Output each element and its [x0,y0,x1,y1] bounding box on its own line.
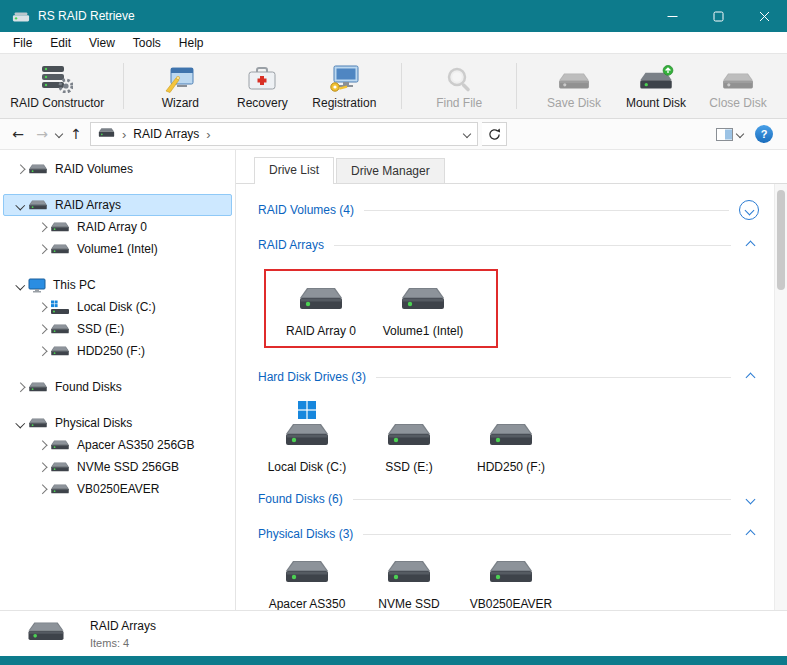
window-controls [649,0,787,32]
menu-item-tools[interactable]: Tools [124,34,170,52]
breadcrumb-drive-icon [98,127,115,142]
breadcrumb-item[interactable]: RAID Arrays [133,127,199,141]
minimize-button[interactable] [649,0,695,32]
address-bar: ← → ↑ RAID Arrays ? [0,119,787,150]
chevron-right-icon[interactable] [12,166,28,173]
chevron-right-icon[interactable] [34,246,50,253]
tab-drive-list[interactable]: Drive List [254,157,334,184]
address-dropdown-button[interactable] [464,131,470,137]
sidebar-item-local-disk-c[interactable]: Local Disk (C:) [3,296,232,318]
toolbar-button-label: Recovery [237,96,288,110]
menu-item-file[interactable]: File [4,34,41,52]
drive-tile-label: HDD250 (F:) [477,460,545,474]
chevron-glyph [37,346,46,355]
chevron-right-icon[interactable] [34,442,50,449]
sidebar-item-apacer-as350-256gb[interactable]: Apacer AS350 256GB [3,434,232,456]
sidebar-item-nvme-ssd-256gb[interactable]: NVMe SSD 256GB [3,456,232,478]
navigation-tree: RAID Volumes RAID Arrays RAID Array 0 Vo… [0,150,236,610]
history-dropdown-button[interactable] [56,131,62,137]
drive-tile-nvme-ssd[interactable]: NVMe SSD [366,558,452,610]
drive-tile-label: RAID Array 0 [286,324,356,338]
tree-item-label: SSD (E:) [77,322,124,336]
minimize-icon [667,11,678,22]
menu-item-view[interactable]: View [80,34,124,52]
section-physical-disks-3: Physical Disks (3) Apacer AS350 NVMe SSD… [258,524,759,610]
sidebar-item-ssd-e[interactable]: SSD (E:) [3,318,232,340]
sidebar-item-raid-volumes[interactable]: RAID Volumes [3,158,232,180]
menu-item-help[interactable]: Help [170,34,213,52]
drive-icon [487,558,535,588]
sidebar-item-vb0250eaver[interactable]: VB0250EAVER [3,478,232,500]
toolbar-button-wizard[interactable]: Wizard [139,60,221,113]
toolbar-button-recovery[interactable]: Recovery [221,60,303,113]
chevron-down-icon[interactable] [12,420,28,427]
chevron-right-icon[interactable] [34,486,50,493]
section-collapse-button[interactable] [741,236,759,254]
drive-icon [26,620,66,648]
back-button[interactable]: ← [8,126,28,142]
section-collapse-button[interactable] [741,368,759,386]
help-button[interactable]: ? [755,125,773,143]
chevron-glyph [37,484,46,493]
tab-drive-manager[interactable]: Drive Manager [336,158,445,183]
scrollbar-thumb[interactable] [777,190,785,290]
drive-icon [28,417,48,430]
tree-item-label: RAID Array 0 [77,220,147,234]
chevron-down-icon[interactable] [12,202,28,209]
drive-tile-apacer-as350[interactable]: Apacer AS350 [264,558,350,610]
drive-tile-volume1-intel[interactable]: Volume1 (Intel) [380,285,466,338]
chevron-right-icon[interactable] [34,326,50,333]
section-title: RAID Arrays [258,238,324,252]
up-button[interactable]: ↑ [66,126,86,142]
sidebar-item-volume1-intel[interactable]: Volume1 (Intel) [3,238,232,260]
chevron-right-icon[interactable] [34,224,50,231]
drive-tile-hdd250-f[interactable]: HDD250 (F:) [468,421,554,474]
chevron-glyph [37,222,46,231]
close-button[interactable] [741,0,787,32]
drive-tile-local-disk-c[interactable]: Local Disk (C:) [264,401,350,474]
chevron-right-icon[interactable] [34,304,50,311]
maximize-icon [713,11,724,22]
drive-tile-vb0250eaver[interactable]: VB0250EAVER [468,558,554,610]
section-hard-disk-drives-3: Hard Disk Drives (3) Local Disk (C:) SSD… [258,367,759,474]
preview-pane-button[interactable] [712,126,747,143]
drive-icon [28,381,48,394]
sidebar-item-found-disks[interactable]: Found Disks [3,376,232,398]
forward-button[interactable]: → [32,126,52,142]
drive-icon [50,221,70,234]
chevron-glyph [15,280,24,289]
refresh-button[interactable] [482,122,507,146]
breadcrumb[interactable]: RAID Arrays [90,122,478,146]
section-items: RAID Array 0 Volume1 (Intel) [264,269,498,348]
drive-tile-raid-array-0[interactable]: RAID Array 0 [278,285,364,338]
maximize-button[interactable] [695,0,741,32]
sidebar-item-hdd250-f[interactable]: HDD250 (F:) [3,340,232,362]
sidebar-item-this-pc[interactable]: This PC [3,274,232,296]
drive-tile-ssd-e[interactable]: SSD (E:) [366,421,452,474]
drive-icon [385,558,433,588]
chevron-glyph [745,529,755,539]
chevron-right-icon[interactable] [34,464,50,471]
toolbar-button-registration[interactable]: Registration [303,60,385,113]
toolbar-button-raid-constructor[interactable]: RAID Constructor [8,60,107,113]
breadcrumb-separator-icon[interactable] [206,127,210,142]
menu-item-edit[interactable]: Edit [41,34,80,52]
section-expand-button[interactable] [741,490,759,508]
chevron-right-icon[interactable] [34,348,50,355]
toolbar-separator [123,63,124,109]
vertical-scrollbar[interactable] [774,184,787,610]
pane-dropdown-button[interactable] [737,131,743,137]
sidebar-item-raid-arrays[interactable]: RAID Arrays [3,194,232,216]
title-bar: RS RAID Retrieve [0,0,787,32]
wizard-icon [164,63,196,93]
section-expand-button[interactable] [739,200,759,220]
sidebar-item-physical-disks[interactable]: Physical Disks [3,412,232,434]
toolbar-button-mount-disk[interactable]: Mount Disk [615,60,697,113]
section-title: RAID Volumes (4) [258,203,354,217]
sidebar-item-raid-array-0[interactable]: RAID Array 0 [3,216,232,238]
toolbar-button-label: RAID Constructor [10,96,104,110]
chevron-right-icon[interactable] [12,384,28,391]
chevron-down-icon[interactable] [12,282,28,289]
section-collapse-button[interactable] [741,525,759,543]
drive-icon [28,199,48,212]
